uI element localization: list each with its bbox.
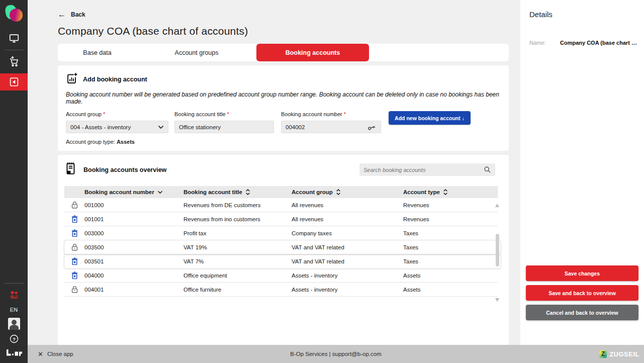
column-header-type[interactable]: Account type: [403, 189, 498, 196]
team-icon[interactable]: [0, 287, 28, 304]
account-group-select[interactable]: 004 - Assets - inventory: [66, 121, 168, 133]
app-root: EN ? ← Back Company COA (base chart of: [0, 0, 644, 363]
add-section-title: Add booking account: [83, 76, 147, 83]
avatar-head: [12, 320, 17, 325]
close-app-button[interactable]: ✕ Close app: [38, 350, 73, 358]
tab-booking-accounts[interactable]: Booking accounts: [256, 44, 369, 61]
save-changes-button[interactable]: Save changes: [526, 265, 638, 281]
booking-number-label: Booking account number: [281, 111, 342, 117]
close-app-label: Close app: [47, 351, 73, 357]
cancel-back-button[interactable]: Cancel and back to overview: [526, 305, 638, 320]
table-row[interactable]: 001001 Revenues from ino customers All r…: [64, 212, 498, 226]
sort-desc-icon[interactable]: [157, 191, 163, 194]
table-scrollbar[interactable]: [495, 204, 500, 304]
scrollbar-thumb[interactable]: [496, 234, 499, 266]
cell-booking-account-title: Profit tax: [183, 230, 292, 236]
booking-accounts-table: Booking account number Booking account t…: [64, 186, 498, 297]
booking-title-label: Booking account title: [174, 111, 226, 117]
column-header-number[interactable]: Booking account number: [84, 189, 183, 195]
cell-booking-account-number: 001000: [84, 202, 183, 208]
add-section-description: Booking account number will be generated…: [66, 91, 501, 105]
cell-account-group: Assets - inventory: [292, 273, 403, 279]
cell-booking-account-title: VAT 19%: [183, 244, 292, 250]
back-label: Back: [71, 11, 85, 18]
sort-both-icon[interactable]: [245, 189, 250, 196]
logo-ball-shape: [10, 9, 23, 22]
search-input[interactable]: [363, 167, 484, 173]
delete-icon[interactable]: [70, 271, 79, 280]
delete-icon[interactable]: [70, 215, 79, 224]
search-icon: [484, 166, 491, 173]
cell-account-group: All revenues: [292, 216, 403, 222]
table-row[interactable]: 003500 VAT 19% VAT and VAT related Taxes: [64, 240, 501, 254]
required-asterisk: *: [344, 111, 346, 117]
tab-bar: Base data Account groups Booking account…: [58, 44, 509, 61]
save-back-button[interactable]: Save and back to overview: [526, 285, 638, 301]
lock-icon: [70, 201, 79, 210]
booking-title-field[interactable]: [174, 121, 274, 133]
tab-base-data[interactable]: Base data: [58, 44, 137, 61]
table-row[interactable]: 004001 Office furniture Assets - invento…: [64, 283, 498, 297]
cart-add-icon[interactable]: [0, 53, 28, 70]
bop-logo: [6, 349, 22, 358]
column-header-title[interactable]: Booking account title: [183, 189, 292, 196]
cell-booking-account-title: Office equipment: [183, 273, 292, 279]
table-header-row: Booking account number Booking account t…: [64, 186, 498, 198]
sort-both-icon[interactable]: [443, 189, 448, 196]
group-type-label: Account group type:: [66, 139, 115, 145]
avatar[interactable]: [8, 318, 20, 330]
scroll-down-icon[interactable]: [495, 298, 499, 302]
booking-accounts-overview-card: Booking accounts overview Booking accoun…: [58, 155, 509, 358]
cell-account-type: Taxes: [403, 258, 501, 264]
required-asterisk: *: [227, 111, 229, 117]
cell-account-group: VAT and VAT related: [292, 244, 403, 250]
booking-number-input[interactable]: [286, 124, 346, 130]
main-content: ← Back Company COA (base chart of accoun…: [28, 0, 520, 345]
name-value: Company COA (base chart of...: [560, 40, 638, 46]
cell-booking-account-number: 003000: [84, 230, 183, 236]
sort-both-icon[interactable]: [336, 189, 341, 196]
zugseil-name: ZUGSEIL: [609, 350, 639, 358]
add-booking-account-card: Add booking account Booking account numb…: [58, 65, 509, 151]
account-group-value: 004 - Assets - inventory: [70, 124, 131, 130]
monitor-icon[interactable]: [0, 30, 28, 47]
language-switch[interactable]: EN: [10, 307, 18, 313]
cell-account-type: Taxes: [403, 244, 501, 250]
cell-account-group: VAT and VAT related: [292, 258, 403, 264]
sidebar: EN ?: [0, 0, 28, 363]
cell-booking-account-number: 004001: [84, 287, 183, 293]
back-arrow-icon: ←: [58, 10, 66, 19]
table-body: 001000 Revenues from DE customers All re…: [64, 198, 498, 297]
table-row[interactable]: 003501 VAT 7% VAT and VAT related Taxes: [64, 254, 501, 268]
zugseil-brand: Z ZUGSEIL: [599, 345, 639, 363]
overview-section-title: Booking accounts overview: [83, 166, 166, 173]
delete-icon[interactable]: [70, 257, 79, 266]
chevron-down-icon: [158, 125, 164, 129]
column-header-group[interactable]: Account group: [292, 189, 403, 196]
back-button[interactable]: ← Back: [58, 10, 509, 19]
search-booking-accounts[interactable]: [359, 163, 495, 176]
details-title: Details: [520, 0, 644, 19]
help-icon[interactable]: ?: [0, 332, 28, 346]
zugseil-logo-icon: Z: [599, 350, 607, 358]
close-icon: ✕: [38, 350, 43, 358]
table-row[interactable]: 001000 Revenues from DE customers All re…: [64, 198, 498, 212]
delete-icon[interactable]: [70, 229, 79, 238]
name-label: Name:: [529, 40, 545, 46]
booking-number-field[interactable]: [281, 121, 381, 133]
add-new-booking-account-button[interactable]: Add new booking account ↓: [389, 111, 471, 125]
cell-booking-account-title: VAT 7%: [183, 258, 292, 264]
sidebar-divider-bottom: [5, 283, 24, 284]
cell-booking-account-title: Office furniture: [183, 287, 292, 293]
cell-booking-account-number: 004000: [84, 273, 183, 279]
booking-title-input[interactable]: [179, 124, 269, 130]
table-row[interactable]: 003000 Profit tax Company taxes Taxes: [64, 226, 498, 240]
table-row[interactable]: 004000 Office equipment Assets - invento…: [64, 268, 498, 283]
avatar-body: [10, 325, 19, 330]
required-asterisk: *: [103, 111, 105, 117]
cell-account-type: Revenues: [403, 202, 498, 208]
booking-module-icon[interactable]: [0, 73, 28, 90]
app-logo[interactable]: [4, 4, 24, 24]
scroll-up-icon[interactable]: [495, 204, 499, 207]
tab-account-groups[interactable]: Account groups: [137, 44, 256, 61]
